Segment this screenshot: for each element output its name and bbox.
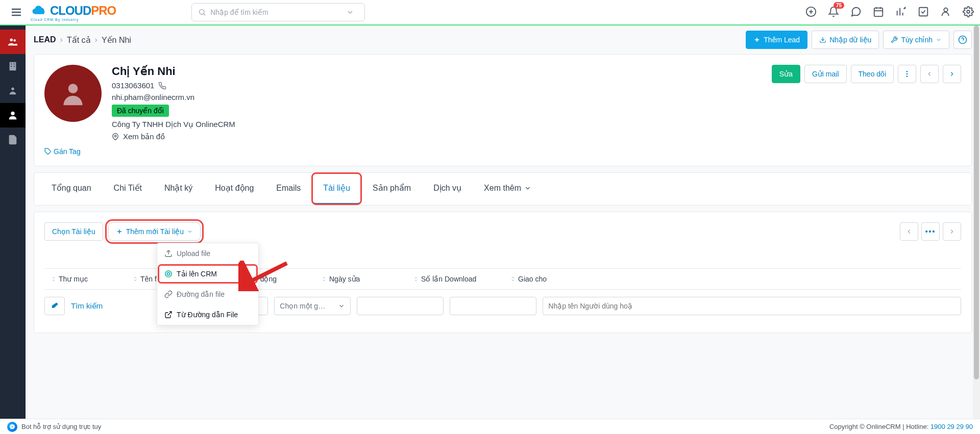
tab-services[interactable]: Dịch vụ	[422, 173, 473, 205]
chevron-right-icon	[948, 228, 955, 235]
sort-icon	[51, 276, 57, 282]
tag-link[interactable]: Gán Tag	[44, 147, 961, 156]
sidebar-item-contacts[interactable]	[0, 79, 26, 103]
left-sidebar	[0, 25, 26, 333]
clear-filters-button[interactable]	[44, 297, 65, 315]
plus-icon	[753, 36, 761, 43]
download-icon	[819, 36, 826, 43]
notifications-button[interactable]: 75	[828, 6, 839, 19]
svg-point-35	[906, 73, 908, 75]
avatar[interactable]	[44, 65, 102, 122]
vertical-scrollbar[interactable]	[973, 25, 980, 333]
dropdown-file-link[interactable]: Đường dẫn file	[157, 284, 258, 304]
page-more-button[interactable]: •••	[921, 222, 940, 241]
checkbox-icon	[918, 6, 929, 17]
col-header-assigned[interactable]: Giao cho	[504, 275, 961, 283]
search-filter-button[interactable]: Tìm kiếm	[71, 301, 103, 311]
prev-record-button[interactable]	[920, 65, 939, 83]
more-button[interactable]	[898, 65, 916, 83]
profile-button[interactable]	[940, 6, 951, 19]
send-mail-button[interactable]: Gửi mail	[804, 65, 847, 83]
page-prev-button[interactable]	[900, 222, 918, 241]
filter-activity-select[interactable]: Chọn một g…	[274, 297, 351, 315]
chevron-right-icon: ›	[95, 35, 97, 44]
import-data-button[interactable]: Nhập dữ liệu	[812, 31, 879, 49]
add-button[interactable]	[805, 6, 817, 19]
customize-button[interactable]: Tùy chỉnh	[883, 31, 949, 49]
svg-point-26	[11, 112, 14, 115]
dropdown-upload-crm[interactable]: Tải lên CRM	[157, 264, 258, 284]
tab-more[interactable]: Xem thêm	[473, 173, 543, 205]
status-badge: Đã chuyển đổi	[112, 105, 169, 117]
chevron-down-icon	[346, 8, 354, 16]
external-link-icon	[164, 311, 173, 319]
svg-point-16	[944, 8, 947, 11]
dropdown-upload-file[interactable]: Upload file	[157, 243, 258, 264]
chat-button[interactable]	[850, 6, 862, 19]
tab-details[interactable]: Chi Tiết	[103, 173, 153, 205]
help-button[interactable]	[953, 31, 972, 49]
tab-documents[interactable]: Tài liệu	[312, 173, 361, 205]
person-solid-icon	[7, 110, 18, 121]
chevron-right-icon: ›	[60, 35, 63, 44]
documents-pagination: •••	[900, 222, 961, 241]
tab-overview[interactable]: Tổng quan	[40, 173, 103, 205]
global-search-input[interactable]: Nhập để tìm kiếm	[191, 3, 365, 21]
sort-icon	[132, 276, 138, 282]
svg-point-19	[13, 39, 16, 42]
sidebar-item-companies[interactable]	[0, 54, 26, 79]
sort-icon	[413, 276, 419, 282]
add-document-dropdown: Upload file Tải lên CRM Đường dẫn file T…	[157, 243, 259, 325]
person-icon	[7, 85, 18, 96]
crumb-level1[interactable]: Tất cả	[67, 35, 91, 45]
filter-modified-input[interactable]	[357, 297, 444, 315]
svg-point-17	[967, 10, 970, 13]
svg-point-33	[114, 135, 116, 137]
app-logo[interactable]: CLOUDPRO Cloud CRM By Industry	[31, 4, 116, 21]
dropdown-from-link[interactable]: Từ Đường dẫn File	[157, 304, 258, 325]
tab-emails[interactable]: Emails	[265, 173, 312, 205]
crumb-level2: Yến Nhi	[102, 35, 131, 45]
filter-downloads-input[interactable]	[450, 297, 536, 315]
col-header-folder[interactable]: Thư mục	[44, 275, 126, 283]
select-document-button[interactable]: Chọn Tài liệu	[44, 222, 103, 241]
add-document-button[interactable]: Thêm mới Tài liệu	[108, 222, 201, 241]
sidebar-item-leads[interactable]	[0, 30, 26, 54]
filter-assigned-input[interactable]	[543, 297, 961, 315]
calendar-button[interactable]	[873, 6, 884, 19]
svg-point-3	[200, 10, 204, 14]
menu-toggle-button[interactable]	[6, 2, 27, 22]
profile-email[interactable]: nhi.pham@onlinecrm.vn	[112, 93, 194, 101]
tab-products[interactable]: Sản phẩm	[361, 173, 422, 205]
help-icon	[958, 35, 967, 44]
edit-button[interactable]: Sửa	[772, 65, 800, 83]
tasks-button[interactable]	[918, 6, 929, 19]
sidebar-item-current[interactable]	[0, 103, 26, 127]
chevron-right-icon	[948, 70, 955, 78]
phone-icon[interactable]	[158, 82, 166, 90]
tab-log[interactable]: Nhật ký	[153, 173, 204, 205]
settings-button[interactable]	[963, 6, 974, 19]
page-next-button[interactable]	[943, 222, 961, 241]
tab-list: Tổng quan Chi Tiết Nhật ký Hoạt động Ema…	[34, 173, 971, 205]
tab-activity[interactable]: Hoạt động	[204, 173, 265, 205]
calendar-icon	[873, 6, 884, 17]
sidebar-item-documents[interactable]	[0, 127, 26, 152]
search-icon	[198, 8, 206, 16]
col-header-downloads[interactable]: Số lần Download	[407, 275, 504, 283]
notification-count: 75	[834, 2, 844, 9]
plus-icon	[116, 228, 123, 235]
add-lead-button[interactable]: Thêm Lead	[746, 31, 807, 49]
next-record-button[interactable]	[943, 65, 961, 83]
svg-rect-23	[11, 66, 12, 67]
reports-button[interactable]	[895, 6, 906, 19]
crumb-root[interactable]: LEAD	[34, 35, 56, 44]
top-header: CLOUDPRO Cloud CRM By Industry Nhập để t…	[0, 0, 980, 25]
scrollbar-thumb[interactable]	[974, 25, 979, 333]
sort-icon	[321, 276, 327, 282]
chat-icon	[850, 6, 862, 17]
pin-icon	[112, 133, 119, 140]
col-header-modified[interactable]: Ngày sửa	[315, 275, 407, 283]
follow-button[interactable]: Theo dõi	[851, 65, 894, 83]
map-link[interactable]: Xem bản đồ	[112, 132, 762, 141]
